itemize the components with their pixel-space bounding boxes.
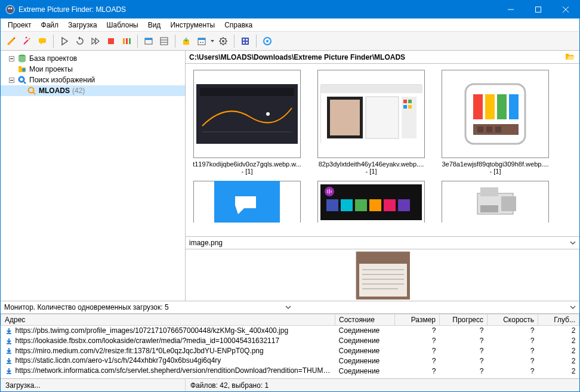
svg-rect-56 bbox=[403, 100, 407, 103]
wizard-icon[interactable] bbox=[20, 34, 34, 48]
folder-path: C:\Users\MLOADS\Downloads\Extreme Pictur… bbox=[189, 53, 565, 61]
comment-icon[interactable] bbox=[35, 34, 50, 48]
svg-rect-20 bbox=[198, 38, 205, 40]
separator bbox=[137, 35, 138, 48]
svg-rect-76 bbox=[398, 199, 410, 211]
svg-rect-66 bbox=[477, 126, 483, 132]
search-icon bbox=[17, 75, 27, 85]
calendar-icon[interactable] bbox=[195, 34, 209, 48]
minimize-button[interactable] bbox=[497, 1, 525, 18]
svg-point-24 bbox=[222, 40, 224, 42]
table-row[interactable]: https://miro.medium.com/v2/resize:fit:13… bbox=[1, 346, 579, 356]
folder-icon bbox=[17, 64, 27, 74]
table-row[interactable]: https://static.licdn.com/aero-v1/sc/h/24… bbox=[1, 356, 579, 366]
col-state[interactable]: Состояние bbox=[335, 314, 395, 326]
gear-icon[interactable] bbox=[216, 34, 230, 48]
tree-project-mloads[interactable]: MLOADS (42) bbox=[1, 85, 185, 96]
tree-label: Мои проекты bbox=[29, 65, 73, 73]
browser-icon[interactable] bbox=[141, 34, 156, 48]
thumbnail-filename: t1197kodijqbe6idv0oz7gqls.webp.w... bbox=[193, 160, 301, 168]
table-row[interactable]: https://pbs.twimg.com/profile_images/107… bbox=[1, 326, 579, 336]
thumbnail-item[interactable] bbox=[439, 181, 552, 223]
collapse-icon[interactable] bbox=[8, 76, 15, 84]
thumbnail-item[interactable] bbox=[314, 181, 428, 223]
svg-rect-26 bbox=[243, 39, 245, 41]
svg-point-1 bbox=[8, 8, 10, 10]
chevron-down-icon[interactable] bbox=[285, 304, 291, 310]
svg-rect-27 bbox=[246, 39, 248, 41]
col-address[interactable]: Адрес bbox=[1, 314, 335, 326]
svg-point-21 bbox=[200, 42, 201, 43]
chevron-down-icon[interactable] bbox=[570, 240, 576, 246]
svg-rect-25 bbox=[242, 38, 249, 45]
svg-line-44 bbox=[33, 92, 36, 95]
svg-rect-53 bbox=[330, 100, 360, 135]
svg-rect-36 bbox=[18, 66, 21, 68]
gallery-icon[interactable] bbox=[238, 34, 252, 48]
svg-point-31 bbox=[266, 40, 269, 42]
refresh-icon[interactable] bbox=[73, 34, 87, 48]
menu-templates[interactable]: Шаблоны bbox=[102, 20, 143, 30]
svg-rect-68 bbox=[495, 126, 501, 132]
play-icon[interactable] bbox=[57, 34, 72, 48]
svg-point-49 bbox=[266, 112, 270, 116]
table-row[interactable]: https://lookaside.fbsbx.com/lookaside/cr… bbox=[1, 336, 579, 346]
new-project-icon[interactable] bbox=[4, 34, 18, 48]
thumbnail-item[interactable]: 82p3dylxtdeith46y146eyakv.webp.... - [1] bbox=[314, 70, 428, 175]
svg-rect-10 bbox=[123, 38, 125, 44]
thumbnail-filename: 3e78a1ewjsf89qtobgi309h8f.webp.... bbox=[442, 160, 548, 168]
stop-icon[interactable] bbox=[104, 34, 118, 48]
svg-rect-59 bbox=[408, 105, 412, 109]
close-button[interactable] bbox=[552, 1, 579, 18]
collapse-icon[interactable] bbox=[8, 55, 15, 62]
svg-rect-58 bbox=[403, 105, 407, 109]
window-title: Extreme Picture Finder: MLOADS bbox=[18, 5, 497, 14]
properties-icon[interactable] bbox=[157, 34, 171, 48]
tree-database[interactable]: База проектов bbox=[1, 53, 185, 64]
thumbnail-grid[interactable]: t1197kodijqbe6idv0oz7gqls.webp.w... - [1… bbox=[186, 64, 579, 236]
thumbnail-item[interactable]: 3e78a1ewjsf89qtobgi309h8f.webp.... - [1] bbox=[439, 70, 552, 175]
fast-forward-icon[interactable] bbox=[88, 34, 103, 48]
menu-tools[interactable]: Инструменты bbox=[165, 20, 220, 30]
help-icon[interactable] bbox=[260, 34, 274, 48]
svg-rect-71 bbox=[326, 199, 338, 211]
tree-label: Поиск изображений bbox=[29, 76, 95, 84]
svg-point-37 bbox=[22, 68, 26, 72]
svg-point-43 bbox=[29, 88, 34, 93]
thumbnail-item[interactable]: t1197kodijqbe6idv0oz7gqls.webp.w... - [1… bbox=[190, 70, 304, 175]
col-speed[interactable]: Скорость bbox=[488, 314, 538, 326]
import-icon[interactable] bbox=[179, 34, 193, 48]
dropdown-arrow-icon[interactable] bbox=[210, 40, 215, 42]
status-left: Загрузка... bbox=[1, 379, 186, 391]
tree-my-projects[interactable]: Мои проекты bbox=[1, 64, 185, 75]
menu-view[interactable]: Вид bbox=[143, 20, 166, 30]
downloads-table[interactable]: Адрес Состояние Размер Прогресс Скорость… bbox=[1, 314, 579, 378]
chevron-down-icon[interactable] bbox=[570, 304, 576, 310]
tree-image-search[interactable]: Поиск изображений bbox=[1, 75, 185, 85]
svg-rect-72 bbox=[341, 199, 353, 211]
menu-help[interactable]: Справка bbox=[220, 20, 257, 30]
open-folder-icon[interactable] bbox=[565, 52, 576, 63]
thumbnail-index: - [1] bbox=[366, 168, 377, 175]
col-size[interactable]: Размер bbox=[395, 314, 440, 326]
pause-icon[interactable] bbox=[119, 34, 134, 48]
thumbnail-index: - [1] bbox=[242, 168, 253, 175]
menu-download[interactable]: Загрузка bbox=[63, 20, 102, 30]
col-depth[interactable]: Глуб... bbox=[538, 314, 579, 326]
maximize-button[interactable] bbox=[525, 1, 552, 18]
preview-image bbox=[356, 251, 409, 299]
menu-file[interactable]: Файл bbox=[36, 20, 64, 30]
table-row[interactable]: https://network.informatica.com/sfc/serv… bbox=[1, 366, 579, 376]
separator bbox=[53, 35, 54, 48]
svg-line-42 bbox=[24, 82, 26, 84]
svg-point-2 bbox=[11, 8, 13, 10]
svg-rect-63 bbox=[497, 94, 507, 119]
thumbnail-item[interactable] bbox=[190, 181, 304, 223]
col-progress[interactable]: Прогресс bbox=[440, 314, 488, 326]
status-files: Файлов: 42, выбрано: 1 bbox=[186, 379, 579, 391]
download-icon bbox=[5, 367, 13, 375]
separator bbox=[234, 35, 235, 48]
menu-project[interactable]: Проект bbox=[3, 20, 36, 30]
svg-rect-8 bbox=[39, 38, 46, 43]
svg-rect-80 bbox=[480, 205, 498, 212]
